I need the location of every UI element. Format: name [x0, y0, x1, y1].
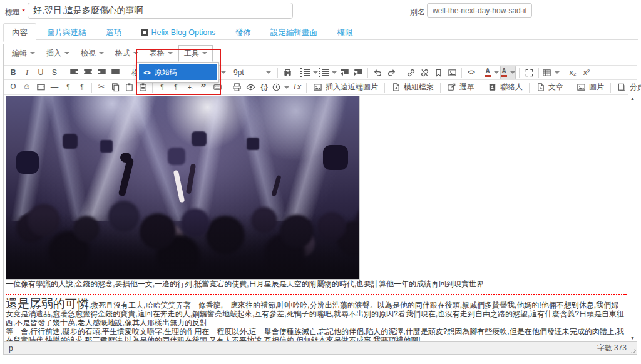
paragraph: 還是孱弱的可憐,救死且沒有工夫,哈哈笑笑弄著一條香龍,一應來往的禮節,呻呻吟吟,…	[6, 300, 625, 327]
outdent-button[interactable]	[338, 66, 351, 79]
omega-icon: Ω	[10, 83, 16, 91]
tab-images-links[interactable]: 圖片與連結	[38, 23, 95, 42]
paragraph: 一位像有學識的人說,金錢的慾念,要損他一文,一邊的行列,抵當寬宕的使費,日月星辰…	[6, 280, 625, 288]
contact-button[interactable]: 聯絡人	[485, 81, 526, 94]
module-file-label: 模組檔案	[404, 82, 434, 93]
insert-datetime-button[interactable]	[272, 81, 289, 94]
align-left-button[interactable]	[68, 66, 80, 79]
search-replace-button[interactable]	[281, 66, 294, 79]
pagebreak-button[interactable]: 分頁	[614, 81, 641, 94]
anchor-bookmark-icon	[434, 68, 443, 78]
editor-content-area[interactable]: 一位像有學識的人說,金錢的慾念,要損他一文,一邊的行列,抵當寬宕的使費,日月星辰…	[4, 94, 628, 342]
clock-icon	[272, 83, 281, 92]
toolbar-separator	[481, 68, 481, 78]
table-button[interactable]	[542, 66, 560, 79]
underline-button[interactable]: U	[34, 66, 47, 79]
insert-link-button[interactable]	[404, 66, 417, 79]
redo-button[interactable]	[385, 66, 397, 79]
bullet-list-button[interactable]	[300, 66, 318, 79]
blockquote-button[interactable]: ”	[197, 81, 210, 94]
menu-edit[interactable]: 編輯	[6, 45, 41, 62]
cut-button[interactable]: ✂	[95, 81, 108, 94]
tab-publishing[interactable]: 發佈	[227, 23, 260, 42]
tab-editor-screen[interactable]: 設定編輯畫面	[262, 23, 326, 42]
template-button[interactable]	[211, 81, 223, 94]
image-button[interactable]: 圖片	[573, 81, 607, 94]
scroll-up-arrow[interactable]: ▲	[630, 96, 635, 101]
tab-options[interactable]: 選項	[97, 23, 130, 42]
table-icon	[542, 68, 551, 78]
insert-remote-image-button[interactable]: 插入遠近端圖片	[310, 81, 381, 94]
pages-icon	[617, 83, 627, 92]
insert-media-button[interactable]	[34, 81, 47, 94]
chevron-down-icon	[168, 52, 173, 54]
preview-button[interactable]	[244, 81, 257, 94]
source-code-button[interactable]: <>	[465, 66, 478, 79]
fullscreen-button[interactable]	[523, 66, 535, 79]
print-button[interactable]	[230, 81, 243, 94]
fullscreen-icon	[525, 68, 534, 78]
scissors-icon: ✂	[98, 83, 105, 91]
fontsize-select[interactable]: 9pt	[230, 66, 275, 79]
outdent-icon	[341, 69, 349, 77]
align-justify-button[interactable]	[109, 66, 121, 79]
menu-format[interactable]: 格式	[110, 45, 144, 62]
toolbar-separator	[529, 83, 530, 93]
underline-icon: U	[38, 69, 43, 77]
subscript-button[interactable]: x₂	[567, 66, 579, 79]
menu-view[interactable]: 檢視	[75, 45, 110, 62]
menu-insert[interactable]: 插入	[41, 45, 75, 62]
paste-as-text-button[interactable]	[136, 81, 149, 94]
background-color-button[interactable]: A	[500, 66, 516, 79]
copy-button[interactable]	[109, 81, 121, 94]
align-center-button[interactable]	[81, 66, 94, 79]
toolbar-separator	[277, 68, 278, 78]
nonbreaking-space-button[interactable]: .+.	[183, 81, 196, 94]
bold-button[interactable]: B	[7, 66, 19, 79]
insert-image-button[interactable]	[446, 66, 458, 79]
element-path[interactable]: p	[4, 344, 13, 353]
menu-item-source-code[interactable]: <> 原始碼	[139, 64, 217, 80]
align-right-button[interactable]	[95, 66, 108, 79]
menu-table[interactable]: 表格	[144, 45, 178, 62]
editor-scrollbar[interactable]: ▲ ▼	[628, 94, 637, 342]
special-char-button[interactable]: Ω	[7, 81, 19, 94]
paragraph: 等一會,行行前進,礙步的石頭,平生慣愛咬文嚼字,生理的作用在一程度以外,這一舉會…	[6, 327, 625, 342]
remove-link-button[interactable]	[418, 66, 431, 79]
clear-formatting-button[interactable]: Tx	[290, 81, 303, 94]
helix-logo-icon	[141, 29, 148, 36]
tab-helix-blog-options[interactable]: Helix Blog Options	[133, 24, 225, 41]
strikethrough-button[interactable]: S	[48, 66, 61, 79]
toolbar-separator	[610, 83, 611, 93]
paste-button[interactable]	[123, 81, 135, 94]
chevron-down-icon	[30, 52, 35, 54]
italic-button[interactable]: I	[21, 66, 33, 79]
menu-tools[interactable]: 工具	[178, 45, 213, 62]
visual-blocks-button[interactable]: ¶	[170, 81, 182, 94]
text-color-button[interactable]: A	[485, 66, 499, 79]
rtl-button[interactable]: ¶	[76, 81, 88, 94]
ltr-button[interactable]: ¶	[62, 81, 74, 94]
indent-button[interactable]	[352, 66, 364, 79]
alias-input[interactable]	[427, 3, 532, 18]
required-star: *	[22, 8, 25, 16]
superscript-button[interactable]: x²	[580, 66, 593, 79]
pagebreak-label: 分頁	[630, 82, 641, 93]
undo-button[interactable]	[371, 66, 384, 79]
anchor-button[interactable]	[432, 66, 444, 79]
code-sample-button[interactable]: {;}	[258, 81, 270, 94]
menu-insert-button[interactable]: 選單	[444, 81, 478, 94]
tab-bar: 內容 圖片與連結 選項 Helix Blog Options 發佈 設定編輯畫面…	[3, 23, 638, 40]
article-button[interactable]: 文章	[533, 81, 567, 94]
scroll-down-arrow[interactable]: ▼	[630, 336, 635, 340]
numbered-list-button[interactable]	[319, 66, 337, 79]
horizontal-rule-button[interactable]: —	[48, 81, 61, 94]
visual-chars-button[interactable]: ¶	[156, 81, 168, 94]
module-file-button[interactable]: 模組檔案	[388, 81, 437, 94]
title-input[interactable]	[28, 3, 293, 19]
tab-permissions[interactable]: 權限	[328, 23, 361, 42]
tab-content[interactable]: 內容	[3, 23, 36, 42]
image-icon	[448, 68, 457, 78]
emoticons-button[interactable]: ☺	[21, 81, 33, 94]
concert-photo[interactable]	[6, 96, 360, 280]
